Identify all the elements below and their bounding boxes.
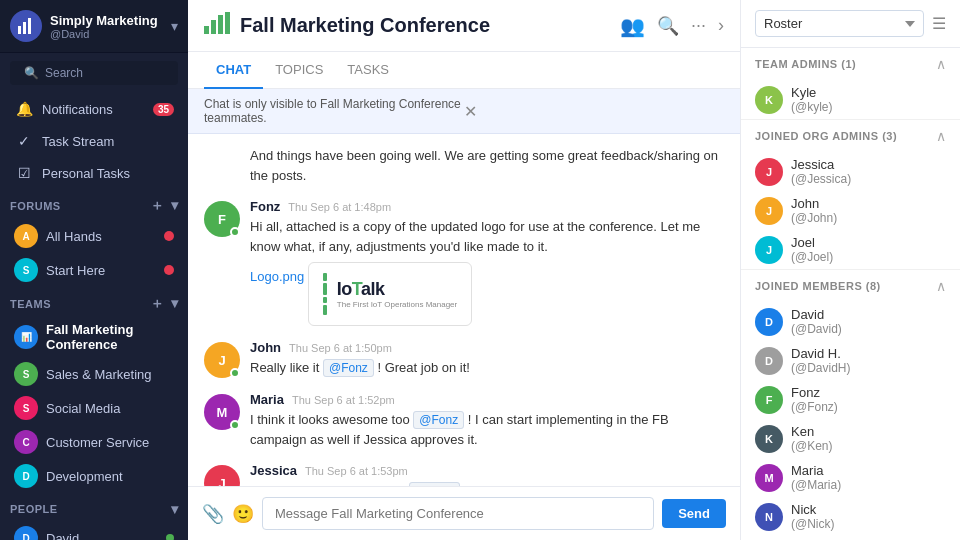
send-button[interactable]: Send xyxy=(662,499,726,528)
chat-header-actions: 👥 🔍 ··· › xyxy=(620,14,724,38)
fonz-roster-name: Fonz xyxy=(791,385,838,400)
more-options-icon[interactable]: ··· xyxy=(691,15,706,36)
people-section-header: PEOPLE ▾ xyxy=(0,493,188,521)
fall-marketing-avatar: 📊 xyxy=(14,325,38,349)
message-header: Fonz Thu Sep 6 at 1:48pm xyxy=(250,199,724,214)
roster-member-kyle: K Kyle (@kyle) xyxy=(741,80,960,119)
forums-actions[interactable]: ＋ ▾ xyxy=(150,197,178,215)
roster-section-header-team-admins[interactable]: TEAM ADMINS (1) ∧ xyxy=(741,48,960,80)
start-here-label: Start Here xyxy=(46,263,164,278)
add-member-icon[interactable]: 👥 xyxy=(620,14,645,38)
search-button[interactable]: 🔍 Search xyxy=(10,61,178,85)
sidebar-channel-start-here[interactable]: S Start Here xyxy=(4,254,184,286)
svg-rect-4 xyxy=(211,20,216,34)
expand-icon[interactable]: › xyxy=(718,15,724,36)
emoji-icon[interactable]: 🙂 xyxy=(232,503,254,525)
message-header: John Thu Sep 6 at 1:50pm xyxy=(250,340,724,355)
nick-name-block: Nick (@Nick) xyxy=(791,502,835,531)
davidh-name-block: David H. (@DavidH) xyxy=(791,346,851,375)
sidebar-item-personal-tasks[interactable]: ☑ Personal Tasks xyxy=(4,158,184,188)
roster-panel: Roster ☰ TEAM ADMINS (1) ∧ K Kyle (@kyle… xyxy=(740,0,960,540)
david-status xyxy=(166,534,174,540)
sidebar-channel-sales-marketing[interactable]: S Sales & Marketing xyxy=(4,358,184,390)
davidh-avatar: D xyxy=(755,347,783,375)
sidebar-item-task-stream[interactable]: ✓ Task Stream xyxy=(4,126,184,156)
logo-link[interactable]: Logo.png xyxy=(250,269,304,284)
fonz-avatar: F xyxy=(204,201,240,237)
maria-name-block: Maria (@Maria) xyxy=(791,463,841,492)
chat-title: Fall Marketing Conference xyxy=(240,14,620,37)
roster-member-joel: J Joel (@Joel) xyxy=(741,230,960,269)
message-row-fonz-1: F Fonz Thu Sep 6 at 1:48pm Hi all, attac… xyxy=(204,199,724,326)
message-content-fonz-1: Fonz Thu Sep 6 at 1:48pm Hi all, attache… xyxy=(250,199,724,326)
fonz-status-badge xyxy=(230,227,240,237)
forums-add-icon[interactable]: ＋ xyxy=(150,197,165,215)
chat-notice: Chat is only visible to Fall Marketing C… xyxy=(188,89,740,134)
sidebar-channel-fall-marketing[interactable]: 📊 Fall Marketing Conference xyxy=(4,318,184,356)
ken-name-block: Ken (@Ken) xyxy=(791,424,833,453)
roster-member-ken: K Ken (@Ken) xyxy=(741,419,960,458)
sidebar-item-notifications[interactable]: 🔔 Notifications 35 xyxy=(4,94,184,124)
roster-select[interactable]: Roster xyxy=(755,10,924,37)
org-header[interactable]: Simply Marketing @David ▾ xyxy=(0,0,188,53)
roster-filter-icon[interactable]: ☰ xyxy=(932,14,946,33)
roster-section-header-joined-members[interactable]: JOINED MEMBERS (8) ∧ xyxy=(741,270,960,302)
development-label: Development xyxy=(46,469,174,484)
attach-icon[interactable]: 📎 xyxy=(202,503,224,525)
message-input[interactable] xyxy=(262,497,654,530)
sales-marketing-label: Sales & Marketing xyxy=(46,367,174,382)
all-hands-badge xyxy=(164,231,174,241)
search-icon[interactable]: 🔍 xyxy=(657,15,679,37)
roster-member-david: D David (@David) xyxy=(741,302,960,341)
sidebar-channel-all-hands[interactable]: A All Hands xyxy=(4,220,184,252)
tab-topics[interactable]: TOPICS xyxy=(263,52,335,89)
chat-notice-text: Chat is only visible to Fall Marketing C… xyxy=(204,97,464,125)
john-handle: (@John) xyxy=(791,211,837,225)
joel-avatar: J xyxy=(755,236,783,264)
ken-avatar: K xyxy=(755,425,783,453)
jessica-roster-avatar: J xyxy=(755,158,783,186)
sidebar-channel-development[interactable]: D Development xyxy=(4,460,184,492)
forums-collapse-icon[interactable]: ▾ xyxy=(171,197,179,215)
david-avatar: D xyxy=(14,526,38,540)
maria-handle: (@Maria) xyxy=(791,478,841,492)
fonz-roster-avatar: F xyxy=(755,386,783,414)
jessica-roster-name: Jessica xyxy=(791,157,851,172)
customer-service-avatar: C xyxy=(14,430,38,454)
joined-org-chevron-icon: ∧ xyxy=(936,128,946,144)
roster-member-davidh: D David H. (@DavidH) xyxy=(741,341,960,380)
teams-collapse-icon[interactable]: ▾ xyxy=(171,295,179,313)
all-hands-label: All Hands xyxy=(46,229,164,244)
message-input-area: 📎 🙂 Send xyxy=(188,486,740,540)
roster-member-fonz: F Fonz (@Fonz) xyxy=(741,380,960,419)
roster-section-header-joined-org[interactable]: JOINED ORG ADMINS (3) ∧ xyxy=(741,120,960,152)
fonz-name-block: Fonz (@Fonz) xyxy=(791,385,838,414)
message-row-jessica: J Jessica Thu Sep 6 at 1:53pm I think it… xyxy=(204,463,724,486)
roster-section-joined-members: JOINED MEMBERS (8) ∧ D David (@David) D … xyxy=(741,270,960,540)
joined-members-chevron-icon: ∧ xyxy=(936,278,946,294)
sidebar-channel-customer-service[interactable]: C Customer Service xyxy=(4,426,184,458)
sidebar-person-david[interactable]: D David xyxy=(4,522,184,540)
john-roster-avatar: J xyxy=(755,197,783,225)
close-notice-button[interactable]: ✕ xyxy=(464,102,724,121)
org-chevron-icon[interactable]: ▾ xyxy=(171,18,178,34)
john-roster-name: John xyxy=(791,196,837,211)
david-name: David xyxy=(46,531,79,541)
people-collapse-icon[interactable]: ▾ xyxy=(171,501,179,517)
davidh-handle: (@DavidH) xyxy=(791,361,851,375)
people-actions[interactable]: ▾ xyxy=(171,501,179,517)
message-text: Hi all, attached is a copy of the update… xyxy=(250,217,724,256)
teams-actions[interactable]: ＋ ▾ xyxy=(150,295,178,313)
svg-rect-5 xyxy=(218,15,223,34)
tab-chat[interactable]: CHAT xyxy=(204,52,263,89)
joined-org-admins-title: JOINED ORG ADMINS (3) xyxy=(755,130,936,142)
sidebar-channel-social-media[interactable]: S Social Media xyxy=(4,392,184,424)
mention: @Fonz xyxy=(323,359,374,377)
tab-tasks[interactable]: TASKS xyxy=(335,52,401,89)
svg-rect-3 xyxy=(204,26,209,34)
jessica-name-block: Jessica (@Jessica) xyxy=(791,157,851,186)
joel-handle: (@Joel) xyxy=(791,250,833,264)
roster-header: Roster ☰ xyxy=(741,0,960,48)
search-container: 🔍 Search xyxy=(0,53,188,93)
teams-add-icon[interactable]: ＋ xyxy=(150,295,165,313)
